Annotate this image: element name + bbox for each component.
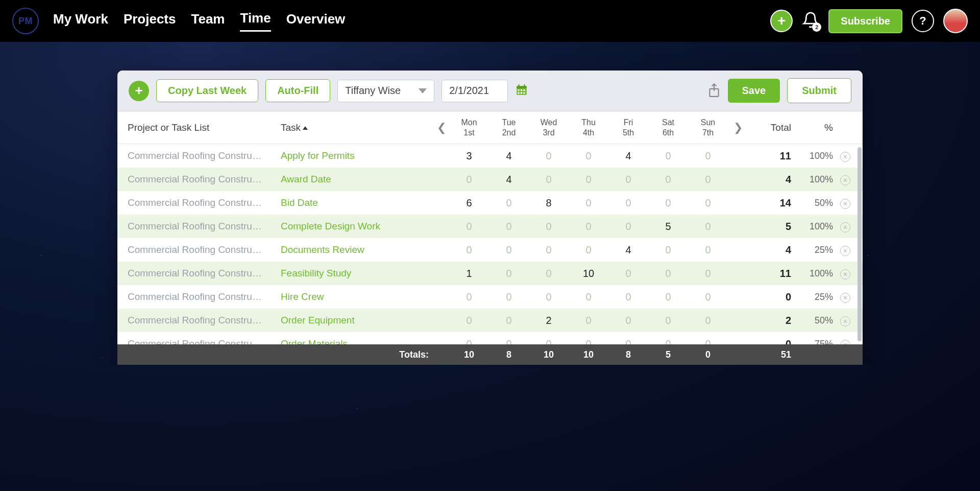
hours-cell[interactable]: 0: [688, 150, 728, 162]
hours-cell[interactable]: 6: [449, 197, 489, 209]
hours-cell[interactable]: 0: [529, 291, 569, 303]
hours-cell[interactable]: 0: [489, 197, 529, 209]
hours-cell[interactable]: 5: [648, 221, 688, 232]
hours-cell[interactable]: 0: [648, 291, 688, 303]
task-link[interactable]: Documents Review: [281, 244, 434, 255]
hours-cell[interactable]: 0: [569, 174, 608, 185]
user-select[interactable]: Tiffany Wise: [337, 80, 434, 102]
hours-cell[interactable]: 0: [529, 150, 569, 162]
hours-cell[interactable]: 0: [489, 315, 529, 326]
hours-cell[interactable]: 0: [688, 315, 728, 326]
hours-cell[interactable]: 0: [489, 221, 529, 232]
hours-cell[interactable]: 0: [569, 244, 608, 256]
hours-cell[interactable]: 0: [569, 315, 608, 326]
delete-row-button[interactable]: ✕: [840, 246, 850, 256]
hours-cell[interactable]: 0: [648, 150, 688, 162]
hours-cell[interactable]: 0: [688, 291, 728, 303]
nav-link-time[interactable]: Time: [240, 10, 271, 32]
delete-row-button[interactable]: ✕: [840, 269, 850, 279]
next-week-button[interactable]: ❯: [728, 121, 748, 134]
submit-button[interactable]: Submit: [787, 78, 851, 103]
nav-link-projects[interactable]: Projects: [124, 11, 176, 31]
hours-cell[interactable]: 0: [569, 150, 608, 162]
delete-row-button[interactable]: ✕: [840, 293, 850, 303]
nav-link-team[interactable]: Team: [191, 11, 225, 31]
task-link[interactable]: Feasibility Study: [281, 268, 434, 279]
export-button[interactable]: [707, 82, 721, 100]
user-avatar[interactable]: [943, 9, 968, 33]
col-header-task[interactable]: Task: [281, 122, 434, 133]
hours-cell[interactable]: 0: [608, 291, 648, 303]
hours-cell[interactable]: 0: [648, 244, 688, 256]
hours-cell[interactable]: 10: [569, 268, 608, 279]
delete-row-button[interactable]: ✕: [840, 222, 850, 232]
date-input[interactable]: 2/1/2021: [442, 80, 508, 102]
save-button[interactable]: Save: [728, 79, 780, 103]
task-link[interactable]: Complete Design Work: [281, 221, 434, 232]
hours-cell[interactable]: 4: [489, 150, 529, 162]
hours-cell[interactable]: 0: [688, 338, 728, 345]
hours-cell[interactable]: 0: [529, 268, 569, 279]
hours-cell[interactable]: 0: [608, 221, 648, 232]
hours-cell[interactable]: 0: [608, 268, 648, 279]
delete-row-button[interactable]: ✕: [840, 199, 850, 209]
hours-cell[interactable]: 0: [449, 244, 489, 256]
hours-cell[interactable]: 0: [489, 291, 529, 303]
nav-link-overview[interactable]: Overview: [286, 11, 346, 31]
task-link[interactable]: Hire Crew: [281, 291, 434, 302]
delete-row-button[interactable]: ✕: [840, 175, 850, 185]
hours-cell[interactable]: 0: [569, 338, 608, 345]
hours-cell[interactable]: 0: [608, 197, 648, 209]
brand-logo[interactable]: PM: [12, 8, 39, 34]
hours-cell[interactable]: 2: [529, 315, 569, 326]
hours-cell[interactable]: 0: [688, 244, 728, 256]
hours-cell[interactable]: 0: [608, 338, 648, 345]
hours-cell[interactable]: 0: [569, 221, 608, 232]
hours-cell[interactable]: 0: [648, 338, 688, 345]
hours-cell[interactable]: 0: [688, 268, 728, 279]
global-add-button[interactable]: +: [770, 10, 793, 32]
delete-row-button[interactable]: ✕: [840, 316, 850, 326]
hours-cell[interactable]: 0: [489, 268, 529, 279]
hours-cell[interactable]: 0: [449, 174, 489, 185]
hours-cell[interactable]: 0: [529, 174, 569, 185]
task-link[interactable]: Bid Date: [281, 197, 434, 208]
calendar-button[interactable]: [515, 83, 528, 99]
hours-cell[interactable]: 0: [648, 197, 688, 209]
task-link[interactable]: Award Date: [281, 174, 434, 185]
vertical-scrollbar[interactable]: [857, 147, 862, 341]
hours-cell[interactable]: 0: [449, 291, 489, 303]
hours-cell[interactable]: 4: [489, 174, 529, 185]
delete-row-button[interactable]: ✕: [840, 340, 850, 345]
task-link[interactable]: Apply for Permits: [281, 150, 434, 161]
hours-cell[interactable]: 4: [608, 150, 648, 162]
hours-cell[interactable]: 0: [529, 244, 569, 256]
copy-last-week-button[interactable]: Copy Last Week: [156, 79, 258, 102]
subscribe-button[interactable]: Subscribe: [828, 9, 902, 33]
hours-cell[interactable]: 8: [529, 197, 569, 209]
hours-cell[interactable]: 0: [569, 291, 608, 303]
hours-cell[interactable]: 1: [449, 268, 489, 279]
add-row-button[interactable]: +: [129, 81, 149, 101]
hours-cell[interactable]: 4: [608, 244, 648, 256]
hours-cell[interactable]: 0: [648, 315, 688, 326]
hours-cell[interactable]: 0: [489, 244, 529, 256]
hours-cell[interactable]: 0: [529, 338, 569, 345]
delete-row-button[interactable]: ✕: [840, 152, 850, 162]
hours-cell[interactable]: 0: [449, 338, 489, 345]
hours-cell[interactable]: 0: [648, 268, 688, 279]
hours-cell[interactable]: 0: [449, 221, 489, 232]
task-link[interactable]: Order Equipment: [281, 315, 434, 326]
hours-cell[interactable]: 0: [688, 221, 728, 232]
hours-cell[interactable]: 0: [688, 197, 728, 209]
hours-cell[interactable]: 0: [529, 221, 569, 232]
hours-cell[interactable]: 0: [489, 338, 529, 345]
hours-cell[interactable]: 0: [688, 174, 728, 185]
hours-cell[interactable]: 0: [648, 174, 688, 185]
hours-cell[interactable]: 0: [449, 315, 489, 326]
hours-cell[interactable]: 0: [608, 174, 648, 185]
hours-cell[interactable]: 0: [608, 315, 648, 326]
hours-cell[interactable]: 0: [569, 197, 608, 209]
hours-cell[interactable]: 3: [449, 150, 489, 162]
nav-link-my-work[interactable]: My Work: [53, 11, 108, 31]
